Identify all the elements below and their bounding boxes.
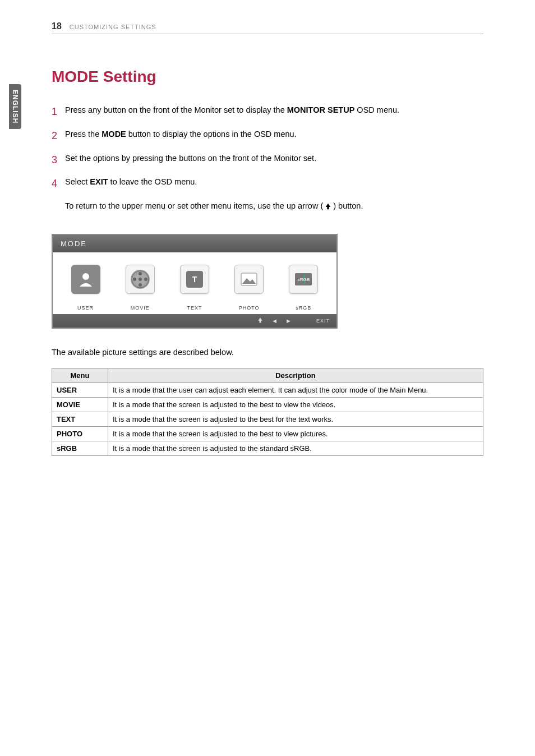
step-text: Press any button on the front of the Mon… (65, 104, 399, 120)
step-number: 2 (52, 128, 65, 144)
table-row: MOVIE It is a mode that the screen is ad… (52, 398, 483, 412)
step-text: Select EXIT to leave the OSD menu. (65, 176, 197, 192)
svg-point-0 (82, 273, 89, 280)
svg-point-3 (144, 278, 147, 281)
osd-label: TEXT (172, 305, 217, 311)
osd-item-photo[interactable]: PHOTO (227, 265, 271, 311)
osd-label: MOVIE (118, 305, 163, 311)
step-subline: To return to the upper menu or set other… (65, 200, 483, 213)
table-row: TEXT It is a mode that the screen is adj… (52, 412, 483, 427)
osd-title: MODE (53, 235, 336, 252)
movie-icon (126, 265, 155, 294)
osd-item-movie[interactable]: MOVIE (118, 265, 163, 311)
steps-list: 1 Press any button on the front of the M… (52, 104, 483, 213)
svg-point-5 (133, 278, 136, 281)
table-header-menu: Menu (52, 368, 108, 383)
svg-point-2 (139, 272, 142, 275)
up-nav-icon[interactable] (257, 317, 264, 325)
osd-item-user[interactable]: USER (63, 265, 108, 311)
up-arrow-icon (324, 202, 332, 210)
osd-footer: ◄ ► EXIT (53, 314, 336, 328)
osd-label: PHOTO (227, 305, 271, 311)
step-number: 1 (52, 104, 65, 120)
osd-item-text[interactable]: T TEXT (172, 265, 217, 311)
table-row: PHOTO It is a mode that the screen is ad… (52, 427, 483, 441)
table-row: sRGB It is a mode that the screen is adj… (52, 441, 483, 456)
text-icon: T (180, 265, 209, 294)
step-number: 3 (52, 152, 65, 168)
page-header: 18 CUSTOMIZING SETTINGS (52, 21, 483, 34)
table-intro: The available picture settings are descr… (52, 348, 483, 357)
osd-label: sRGB (281, 305, 326, 311)
step-text: Press the MODE button to display the opt… (65, 128, 297, 144)
svg-point-6 (139, 278, 142, 281)
srgb-icon: sRGB (289, 265, 318, 294)
step-number: 4 (52, 176, 65, 192)
settings-table: Menu Description USER It is a mode that … (52, 368, 483, 456)
page-number: 18 (52, 21, 62, 31)
exit-button[interactable]: EXIT (316, 318, 330, 324)
step-text: Set the options by pressing the buttons … (65, 152, 316, 168)
page-title: MODE Setting (52, 68, 483, 86)
user-icon (71, 265, 100, 294)
table-row: USER It is a mode that the user can adju… (52, 383, 483, 398)
table-header-desc: Description (108, 368, 483, 383)
left-nav-icon[interactable]: ◄ (271, 317, 278, 324)
osd-panel: MODE USER MOVIE T TEXT (52, 234, 338, 329)
photo-icon (234, 265, 264, 294)
svg-point-4 (139, 283, 142, 287)
osd-label: USER (63, 305, 108, 311)
osd-item-srgb[interactable]: sRGB sRGB (281, 265, 326, 311)
right-nav-icon[interactable]: ► (285, 317, 292, 324)
section-title: CUSTOMIZING SETTINGS (70, 24, 156, 30)
